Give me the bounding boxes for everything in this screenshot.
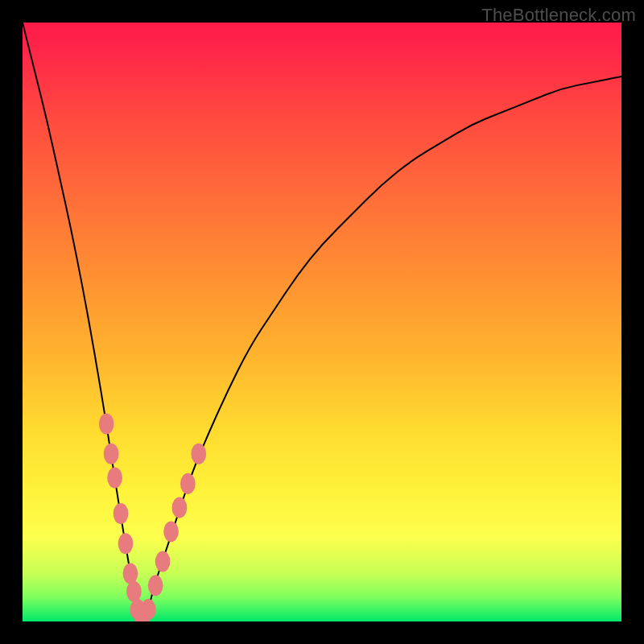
- data-marker: [123, 563, 138, 584]
- watermark-text: TheBottleneck.com: [481, 5, 636, 26]
- data-marker: [114, 503, 129, 524]
- data-marker: [118, 533, 134, 554]
- chart-frame: TheBottleneck.com: [0, 0, 644, 644]
- data-marker: [104, 444, 119, 464]
- markers-group: [99, 413, 206, 621]
- data-marker: [180, 473, 196, 494]
- plot-area: [23, 23, 621, 621]
- data-marker: [148, 575, 163, 596]
- data-marker: [172, 497, 188, 518]
- data-marker: [99, 413, 114, 434]
- data-marker: [163, 521, 179, 542]
- chart-svg: [23, 23, 621, 621]
- data-marker: [155, 551, 171, 572]
- bottleneck-curve: [23, 23, 621, 618]
- data-marker: [191, 444, 206, 464]
- data-marker: [126, 581, 142, 602]
- data-marker: [107, 467, 122, 488]
- data-marker: [141, 599, 156, 620]
